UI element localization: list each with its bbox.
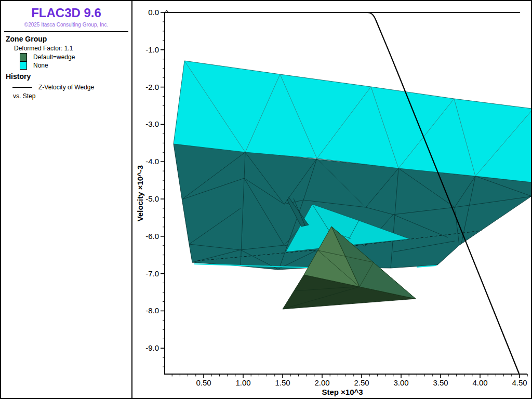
legend-sidebar: FLAC3D 9.6 ©2025 Itasca Consulting Group… <box>1 1 132 398</box>
legend-item-label: Default=wedge <box>33 54 75 61</box>
svg-text:-2.0: -2.0 <box>145 83 159 91</box>
svg-text:1.00: 1.00 <box>235 378 250 387</box>
flac3d-window: 0.501.001.502.002.503.003.504.004.500.0-… <box>0 0 532 399</box>
svg-text:0.50: 0.50 <box>196 378 211 387</box>
svg-text:-8.0: -8.0 <box>145 306 159 315</box>
legend-item-wedge: Default=wedge <box>20 53 131 61</box>
svg-text:-3.0: -3.0 <box>145 119 159 128</box>
svg-text:-7.0: -7.0 <box>145 269 159 278</box>
brand-block: FLAC3D 9.6 ©2025 Itasca Consulting Group… <box>1 6 131 28</box>
history-heading: History <box>6 72 131 81</box>
svg-text:-9.0: -9.0 <box>145 343 159 352</box>
legend-item-none: None <box>20 61 131 70</box>
svg-text:4.50: 4.50 <box>512 378 527 387</box>
copyright-text: ©2025 Itasca Consulting Group, Inc. <box>1 22 131 28</box>
svg-text:0.0: 0.0 <box>148 8 159 17</box>
deformed-factor-label: Deformed Factor: 1.1 <box>14 45 131 52</box>
svg-text:-5.0: -5.0 <box>145 194 159 203</box>
wedge-color-swatch <box>20 53 27 61</box>
svg-text:4.00: 4.00 <box>472 378 487 387</box>
svg-text:2.50: 2.50 <box>354 378 369 387</box>
none-color-swatch <box>20 61 27 70</box>
svg-text:-1.0: -1.0 <box>145 45 159 54</box>
svg-text:3.50: 3.50 <box>433 378 448 387</box>
svg-text:3.00: 3.00 <box>393 378 408 387</box>
y-axis-title: Velocity ×10^-3 <box>136 165 144 221</box>
history-line-sample <box>12 87 32 88</box>
history-legend-item: Z-Velocity of Wedge <box>12 84 131 91</box>
history-series-label: Z-Velocity of Wedge <box>38 84 94 91</box>
zone-group-heading: Zone Group <box>6 35 131 43</box>
svg-text:-6.0: -6.0 <box>145 232 159 241</box>
sidebar-divider <box>4 31 128 32</box>
legend-item-label: None <box>33 62 48 69</box>
svg-text:-4.0: -4.0 <box>145 157 159 166</box>
svg-text:1.50: 1.50 <box>275 378 290 387</box>
app-title: FLAC3D 9.6 <box>1 6 131 20</box>
x-axis-title: Step ×10^3 <box>322 388 363 396</box>
history-vs-label: vs. Step <box>13 92 131 100</box>
svg-text:2.00: 2.00 <box>314 378 329 387</box>
